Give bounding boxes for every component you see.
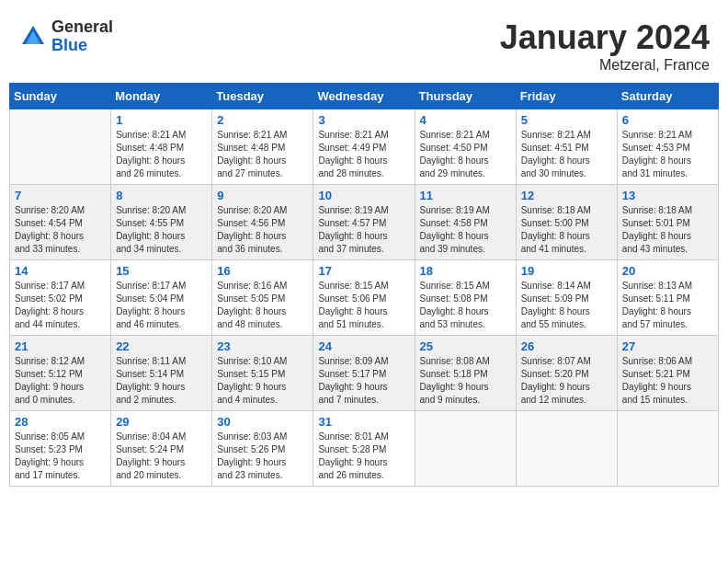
- day-info: Sunrise: 8:19 AM Sunset: 4:58 PM Dayligh…: [420, 204, 511, 256]
- table-row: 18Sunrise: 8:15 AM Sunset: 5:08 PM Dayli…: [415, 260, 516, 336]
- day-number: 29: [116, 415, 207, 429]
- calendar-table: Sunday Monday Tuesday Wednesday Thursday…: [9, 83, 719, 487]
- day-number: 1: [116, 113, 207, 127]
- table-row: 23Sunrise: 8:10 AM Sunset: 5:15 PM Dayli…: [212, 336, 313, 411]
- day-number: 11: [420, 189, 511, 202]
- day-info: Sunrise: 8:21 AM Sunset: 4:48 PM Dayligh…: [217, 129, 308, 180]
- table-row: 7Sunrise: 8:20 AM Sunset: 4:54 PM Daylig…: [10, 185, 111, 260]
- day-number: 8: [116, 189, 207, 202]
- table-row: 11Sunrise: 8:19 AM Sunset: 4:58 PM Dayli…: [415, 185, 516, 260]
- table-row: 6Sunrise: 8:21 AM Sunset: 4:53 PM Daylig…: [617, 109, 718, 185]
- day-number: 9: [217, 189, 308, 202]
- day-number: 20: [622, 264, 713, 278]
- header-tuesday: Tuesday: [212, 84, 313, 109]
- day-info: Sunrise: 8:07 AM Sunset: 5:20 PM Dayligh…: [521, 355, 612, 407]
- day-number: 23: [217, 339, 308, 353]
- day-info: Sunrise: 8:04 AM Sunset: 5:24 PM Dayligh…: [116, 431, 207, 482]
- day-info: Sunrise: 8:17 AM Sunset: 5:04 PM Dayligh…: [116, 280, 207, 331]
- header-saturday: Saturday: [617, 84, 718, 109]
- table-row: 14Sunrise: 8:17 AM Sunset: 5:02 PM Dayli…: [10, 260, 111, 336]
- table-row: [10, 109, 111, 185]
- header-monday: Monday: [111, 84, 212, 109]
- day-info: Sunrise: 8:21 AM Sunset: 4:48 PM Dayligh…: [116, 129, 207, 180]
- day-info: Sunrise: 8:21 AM Sunset: 4:53 PM Dayligh…: [622, 129, 713, 180]
- day-info: Sunrise: 8:20 AM Sunset: 4:54 PM Dayligh…: [15, 204, 106, 256]
- day-number: 25: [420, 339, 511, 353]
- table-row: 19Sunrise: 8:14 AM Sunset: 5:09 PM Dayli…: [516, 260, 617, 336]
- logo-text: GeneralBlue: [51, 18, 113, 55]
- day-number: 26: [521, 339, 612, 353]
- calendar-week-row: 21Sunrise: 8:12 AM Sunset: 5:12 PM Dayli…: [10, 336, 719, 411]
- day-number: 4: [420, 113, 511, 127]
- day-info: Sunrise: 8:14 AM Sunset: 5:09 PM Dayligh…: [521, 280, 612, 331]
- table-row: 30Sunrise: 8:03 AM Sunset: 5:26 PM Dayli…: [212, 411, 313, 487]
- calendar-week-row: 28Sunrise: 8:05 AM Sunset: 5:23 PM Dayli…: [10, 411, 719, 487]
- day-info: Sunrise: 8:20 AM Sunset: 4:56 PM Dayligh…: [217, 204, 308, 256]
- table-row: 4Sunrise: 8:21 AM Sunset: 4:50 PM Daylig…: [415, 109, 516, 185]
- table-row: 1Sunrise: 8:21 AM Sunset: 4:48 PM Daylig…: [111, 109, 212, 185]
- day-number: 28: [15, 415, 106, 429]
- month-title: January 2024: [500, 18, 710, 57]
- day-number: 19: [521, 264, 612, 278]
- table-row: 12Sunrise: 8:18 AM Sunset: 5:00 PM Dayli…: [516, 185, 617, 260]
- day-info: Sunrise: 8:15 AM Sunset: 5:08 PM Dayligh…: [420, 280, 511, 331]
- day-info: Sunrise: 8:10 AM Sunset: 5:15 PM Dayligh…: [217, 355, 308, 407]
- day-info: Sunrise: 8:21 AM Sunset: 4:50 PM Dayligh…: [420, 129, 511, 180]
- header-wednesday: Wednesday: [313, 84, 415, 109]
- day-info: Sunrise: 8:15 AM Sunset: 5:06 PM Dayligh…: [318, 280, 409, 331]
- day-info: Sunrise: 8:05 AM Sunset: 5:23 PM Dayligh…: [15, 431, 106, 482]
- table-row: 10Sunrise: 8:19 AM Sunset: 4:57 PM Dayli…: [313, 185, 415, 260]
- table-row: 8Sunrise: 8:20 AM Sunset: 4:55 PM Daylig…: [111, 185, 212, 260]
- day-number: 21: [15, 339, 106, 353]
- day-number: 24: [318, 339, 409, 353]
- logo: GeneralBlue: [18, 18, 113, 55]
- day-info: Sunrise: 8:16 AM Sunset: 5:05 PM Dayligh…: [217, 280, 308, 331]
- table-row: 5Sunrise: 8:21 AM Sunset: 4:51 PM Daylig…: [516, 109, 617, 185]
- table-row: 9Sunrise: 8:20 AM Sunset: 4:56 PM Daylig…: [212, 185, 313, 260]
- day-number: 6: [622, 113, 713, 127]
- logo-icon: [18, 22, 48, 52]
- day-info: Sunrise: 8:20 AM Sunset: 4:55 PM Dayligh…: [116, 204, 207, 256]
- table-row: 25Sunrise: 8:08 AM Sunset: 5:18 PM Dayli…: [415, 336, 516, 411]
- day-number: 15: [116, 264, 207, 278]
- table-row: 28Sunrise: 8:05 AM Sunset: 5:23 PM Dayli…: [10, 411, 111, 487]
- table-row: 22Sunrise: 8:11 AM Sunset: 5:14 PM Dayli…: [111, 336, 212, 411]
- table-row: 15Sunrise: 8:17 AM Sunset: 5:04 PM Dayli…: [111, 260, 212, 336]
- day-number: 5: [521, 113, 612, 127]
- page-header: GeneralBlue January 2024 Metzeral, Franc…: [9, 9, 719, 78]
- day-info: Sunrise: 8:21 AM Sunset: 4:49 PM Dayligh…: [318, 129, 409, 180]
- day-number: 17: [318, 264, 409, 278]
- table-row: 27Sunrise: 8:06 AM Sunset: 5:21 PM Dayli…: [617, 336, 718, 411]
- day-info: Sunrise: 8:21 AM Sunset: 4:51 PM Dayligh…: [521, 129, 612, 180]
- table-row: 21Sunrise: 8:12 AM Sunset: 5:12 PM Dayli…: [10, 336, 111, 411]
- day-number: 27: [622, 339, 713, 353]
- day-number: 30: [217, 415, 308, 429]
- day-number: 16: [217, 264, 308, 278]
- table-row: [415, 411, 516, 487]
- day-info: Sunrise: 8:06 AM Sunset: 5:21 PM Dayligh…: [622, 355, 713, 407]
- table-row: 13Sunrise: 8:18 AM Sunset: 5:01 PM Dayli…: [617, 185, 718, 260]
- day-number: 13: [622, 189, 713, 202]
- day-number: 18: [420, 264, 511, 278]
- calendar-header-row: Sunday Monday Tuesday Wednesday Thursday…: [10, 84, 719, 109]
- calendar-week-row: 14Sunrise: 8:17 AM Sunset: 5:02 PM Dayli…: [10, 260, 719, 336]
- day-info: Sunrise: 8:19 AM Sunset: 4:57 PM Dayligh…: [318, 204, 409, 256]
- location: Metzeral, France: [500, 57, 710, 74]
- day-info: Sunrise: 8:12 AM Sunset: 5:12 PM Dayligh…: [15, 355, 106, 407]
- table-row: [516, 411, 617, 487]
- table-row: 3Sunrise: 8:21 AM Sunset: 4:49 PM Daylig…: [313, 109, 415, 185]
- day-info: Sunrise: 8:13 AM Sunset: 5:11 PM Dayligh…: [622, 280, 713, 331]
- day-info: Sunrise: 8:18 AM Sunset: 5:00 PM Dayligh…: [521, 204, 612, 256]
- header-friday: Friday: [516, 84, 617, 109]
- header-sunday: Sunday: [10, 84, 111, 109]
- table-row: 17Sunrise: 8:15 AM Sunset: 5:06 PM Dayli…: [313, 260, 415, 336]
- header-thursday: Thursday: [415, 84, 516, 109]
- day-info: Sunrise: 8:17 AM Sunset: 5:02 PM Dayligh…: [15, 280, 106, 331]
- table-row: 24Sunrise: 8:09 AM Sunset: 5:17 PM Dayli…: [313, 336, 415, 411]
- calendar-week-row: 1Sunrise: 8:21 AM Sunset: 4:48 PM Daylig…: [10, 109, 719, 185]
- table-row: 31Sunrise: 8:01 AM Sunset: 5:28 PM Dayli…: [313, 411, 415, 487]
- table-row: 26Sunrise: 8:07 AM Sunset: 5:20 PM Dayli…: [516, 336, 617, 411]
- day-number: 10: [318, 189, 409, 202]
- title-area: January 2024 Metzeral, France: [500, 18, 710, 74]
- day-info: Sunrise: 8:09 AM Sunset: 5:17 PM Dayligh…: [318, 355, 409, 407]
